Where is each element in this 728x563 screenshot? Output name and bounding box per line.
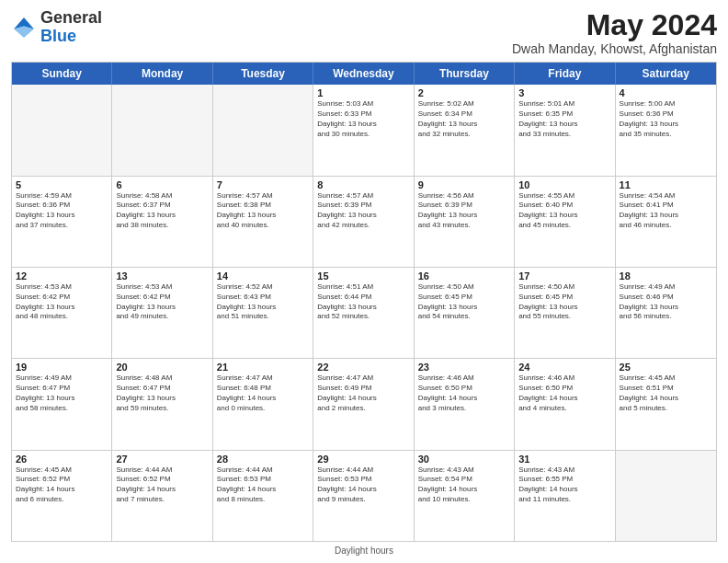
title-month: May 2024 bbox=[512, 9, 717, 41]
calendar-body: 1Sunrise: 5:03 AM Sunset: 6:33 PM Daylig… bbox=[12, 85, 716, 541]
calendar-cell: 26Sunrise: 4:45 AM Sunset: 6:52 PM Dayli… bbox=[12, 451, 112, 541]
calendar-cell: 12Sunrise: 4:53 AM Sunset: 6:42 PM Dayli… bbox=[12, 268, 112, 358]
day-number: 13 bbox=[116, 270, 208, 282]
logo: General Blue bbox=[11, 9, 102, 46]
calendar-cell: 25Sunrise: 4:45 AM Sunset: 6:51 PM Dayli… bbox=[616, 359, 716, 449]
day-number: 7 bbox=[217, 179, 309, 190]
title-location: Dwah Manday, Khowst, Afghanistan bbox=[512, 41, 717, 56]
day-number: 26 bbox=[16, 454, 108, 465]
calendar-cell: 5Sunrise: 4:59 AM Sunset: 6:36 PM Daylig… bbox=[12, 177, 112, 267]
cell-info: Sunrise: 4:50 AM Sunset: 6:45 PM Dayligh… bbox=[518, 282, 610, 322]
calendar-cell: 2Sunrise: 5:02 AM Sunset: 6:34 PM Daylig… bbox=[415, 85, 515, 175]
header-cell-sunday: Sunday bbox=[12, 63, 112, 85]
page: General Blue May 2024 Dwah Manday, Khows… bbox=[0, 0, 728, 563]
cell-info: Sunrise: 4:58 AM Sunset: 6:37 PM Dayligh… bbox=[116, 191, 208, 231]
cell-info: Sunrise: 4:43 AM Sunset: 6:55 PM Dayligh… bbox=[518, 465, 610, 505]
calendar-cell: 7Sunrise: 4:57 AM Sunset: 6:38 PM Daylig… bbox=[213, 177, 313, 267]
day-number: 15 bbox=[317, 270, 409, 282]
cell-info: Sunrise: 4:48 AM Sunset: 6:47 PM Dayligh… bbox=[116, 373, 208, 413]
calendar-cell: 3Sunrise: 5:01 AM Sunset: 6:35 PM Daylig… bbox=[515, 85, 615, 175]
calendar-cell: 15Sunrise: 4:51 AM Sunset: 6:44 PM Dayli… bbox=[313, 268, 414, 358]
day-number: 11 bbox=[620, 179, 712, 190]
calendar-cell: 31Sunrise: 4:43 AM Sunset: 6:55 PM Dayli… bbox=[515, 451, 615, 541]
calendar-cell: 6Sunrise: 4:58 AM Sunset: 6:37 PM Daylig… bbox=[112, 177, 212, 267]
calendar-cell: 17Sunrise: 4:50 AM Sunset: 6:45 PM Dayli… bbox=[515, 268, 615, 358]
calendar-cell: 9Sunrise: 4:56 AM Sunset: 6:39 PM Daylig… bbox=[415, 177, 515, 267]
day-number: 19 bbox=[16, 362, 108, 373]
cell-info: Sunrise: 4:45 AM Sunset: 6:52 PM Dayligh… bbox=[16, 465, 108, 505]
cell-info: Sunrise: 4:46 AM Sunset: 6:50 PM Dayligh… bbox=[418, 373, 510, 413]
calendar-cell: 30Sunrise: 4:43 AM Sunset: 6:54 PM Dayli… bbox=[415, 451, 515, 541]
day-number: 21 bbox=[217, 362, 309, 373]
cell-info: Sunrise: 4:54 AM Sunset: 6:41 PM Dayligh… bbox=[620, 191, 712, 231]
title-block: May 2024 Dwah Manday, Khowst, Afghanista… bbox=[512, 9, 717, 56]
cell-info: Sunrise: 5:02 AM Sunset: 6:34 PM Dayligh… bbox=[418, 99, 510, 139]
cell-info: Sunrise: 4:52 AM Sunset: 6:43 PM Dayligh… bbox=[217, 282, 309, 322]
calendar-cell: 18Sunrise: 4:49 AM Sunset: 6:46 PM Dayli… bbox=[616, 268, 716, 358]
calendar-cell: 24Sunrise: 4:46 AM Sunset: 6:50 PM Dayli… bbox=[515, 359, 615, 449]
calendar-cell: 21Sunrise: 4:47 AM Sunset: 6:48 PM Dayli… bbox=[213, 359, 313, 449]
cell-info: Sunrise: 4:43 AM Sunset: 6:54 PM Dayligh… bbox=[418, 465, 510, 505]
day-number: 8 bbox=[317, 179, 409, 190]
day-number: 5 bbox=[16, 179, 108, 190]
cell-info: Sunrise: 4:55 AM Sunset: 6:40 PM Dayligh… bbox=[518, 191, 610, 231]
header-cell-saturday: Saturday bbox=[616, 63, 716, 85]
cell-info: Sunrise: 4:44 AM Sunset: 6:53 PM Dayligh… bbox=[317, 465, 409, 505]
cell-info: Sunrise: 4:53 AM Sunset: 6:42 PM Dayligh… bbox=[116, 282, 208, 322]
daylight-label: Daylight hours bbox=[335, 546, 393, 556]
calendar: SundayMondayTuesdayWednesdayThursdayFrid… bbox=[11, 62, 717, 542]
cell-info: Sunrise: 4:51 AM Sunset: 6:44 PM Dayligh… bbox=[317, 282, 409, 322]
calendar-row-0: 1Sunrise: 5:03 AM Sunset: 6:33 PM Daylig… bbox=[12, 85, 716, 175]
day-number: 10 bbox=[518, 179, 610, 190]
calendar-cell: 1Sunrise: 5:03 AM Sunset: 6:33 PM Daylig… bbox=[313, 85, 414, 175]
calendar-cell: 27Sunrise: 4:44 AM Sunset: 6:52 PM Dayli… bbox=[112, 451, 212, 541]
footer-note: Daylight hours bbox=[11, 546, 717, 556]
cell-info: Sunrise: 5:01 AM Sunset: 6:35 PM Dayligh… bbox=[518, 99, 610, 139]
cell-info: Sunrise: 4:50 AM Sunset: 6:45 PM Dayligh… bbox=[418, 282, 510, 322]
calendar-cell: 8Sunrise: 4:57 AM Sunset: 6:39 PM Daylig… bbox=[313, 177, 414, 267]
cell-info: Sunrise: 4:46 AM Sunset: 6:50 PM Dayligh… bbox=[518, 373, 610, 413]
header-cell-monday: Monday bbox=[112, 63, 212, 85]
day-number: 23 bbox=[418, 362, 510, 373]
logo-general: General bbox=[40, 8, 102, 27]
day-number: 22 bbox=[317, 362, 409, 373]
calendar-cell: 20Sunrise: 4:48 AM Sunset: 6:47 PM Dayli… bbox=[112, 359, 212, 449]
day-number: 3 bbox=[518, 87, 610, 98]
calendar-cell: 16Sunrise: 4:50 AM Sunset: 6:45 PM Dayli… bbox=[415, 268, 515, 358]
cell-info: Sunrise: 4:53 AM Sunset: 6:42 PM Dayligh… bbox=[16, 282, 108, 322]
day-number: 9 bbox=[418, 179, 510, 190]
day-number: 28 bbox=[217, 454, 309, 465]
header-cell-tuesday: Tuesday bbox=[213, 63, 313, 85]
calendar-cell: 11Sunrise: 4:54 AM Sunset: 6:41 PM Dayli… bbox=[616, 177, 716, 267]
cell-info: Sunrise: 4:49 AM Sunset: 6:46 PM Dayligh… bbox=[620, 282, 712, 322]
day-number: 18 bbox=[620, 270, 712, 282]
cell-info: Sunrise: 4:57 AM Sunset: 6:39 PM Dayligh… bbox=[317, 191, 409, 231]
calendar-cell: 22Sunrise: 4:47 AM Sunset: 6:49 PM Dayli… bbox=[313, 359, 414, 449]
day-number: 30 bbox=[418, 454, 510, 465]
calendar-header: SundayMondayTuesdayWednesdayThursdayFrid… bbox=[12, 63, 716, 85]
day-number: 4 bbox=[620, 87, 712, 98]
day-number: 24 bbox=[518, 362, 610, 373]
cell-info: Sunrise: 5:03 AM Sunset: 6:33 PM Dayligh… bbox=[317, 99, 409, 139]
calendar-cell: 29Sunrise: 4:44 AM Sunset: 6:53 PM Dayli… bbox=[313, 451, 414, 541]
calendar-row-2: 12Sunrise: 4:53 AM Sunset: 6:42 PM Dayli… bbox=[12, 267, 716, 358]
cell-info: Sunrise: 4:47 AM Sunset: 6:48 PM Dayligh… bbox=[217, 373, 309, 413]
calendar-row-4: 26Sunrise: 4:45 AM Sunset: 6:52 PM Dayli… bbox=[12, 450, 716, 541]
day-number: 14 bbox=[217, 270, 309, 282]
calendar-cell: 13Sunrise: 4:53 AM Sunset: 6:42 PM Dayli… bbox=[112, 268, 212, 358]
day-number: 27 bbox=[116, 454, 208, 465]
calendar-cell bbox=[213, 85, 313, 175]
logo-blue: Blue bbox=[40, 27, 76, 45]
cell-info: Sunrise: 4:44 AM Sunset: 6:52 PM Dayligh… bbox=[116, 465, 208, 505]
calendar-cell bbox=[12, 85, 112, 175]
day-number: 6 bbox=[116, 179, 208, 190]
cell-info: Sunrise: 4:49 AM Sunset: 6:47 PM Dayligh… bbox=[16, 373, 108, 413]
logo-text: General Blue bbox=[40, 9, 102, 46]
day-number: 25 bbox=[620, 362, 712, 373]
day-number: 1 bbox=[317, 87, 409, 98]
calendar-cell: 10Sunrise: 4:55 AM Sunset: 6:40 PM Dayli… bbox=[515, 177, 615, 267]
calendar-row-3: 19Sunrise: 4:49 AM Sunset: 6:47 PM Dayli… bbox=[12, 358, 716, 449]
calendar-cell: 28Sunrise: 4:44 AM Sunset: 6:53 PM Dayli… bbox=[213, 451, 313, 541]
calendar-cell bbox=[616, 451, 716, 541]
day-number: 16 bbox=[418, 270, 510, 282]
